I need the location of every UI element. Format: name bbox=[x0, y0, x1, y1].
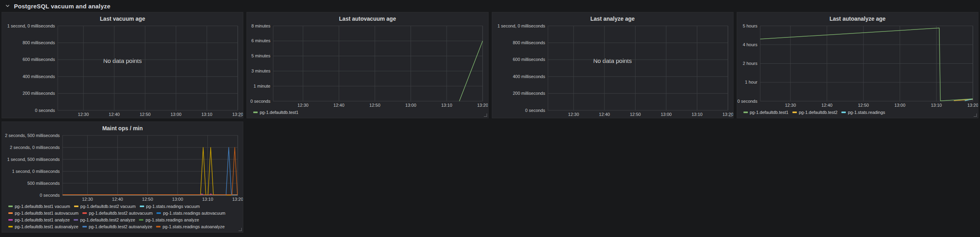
legend-item[interactable]: pg-1.stats.readings vacuum bbox=[140, 204, 200, 209]
chart-canvas[interactable]: 0 seconds500 milliseconds1 second, 0 mil… bbox=[2, 133, 243, 203]
svg-text:800 milliseconds: 800 milliseconds bbox=[512, 40, 545, 45]
svg-text:0 seconds: 0 seconds bbox=[35, 108, 55, 113]
series-color-icon bbox=[74, 206, 78, 207]
svg-text:12:40: 12:40 bbox=[599, 112, 610, 117]
svg-text:12:30: 12:30 bbox=[568, 112, 579, 117]
legend-item[interactable]: pg-1.defaultdb.test2 analyze bbox=[74, 217, 135, 223]
chart-canvas[interactable]: No data points 0 seconds200 milliseconds… bbox=[492, 23, 733, 118]
legend: pg-1.defaultdb.test1 vacuumpg-1.defaultd… bbox=[2, 203, 243, 232]
chart-canvas[interactable]: No data points 0 seconds200 milliseconds… bbox=[2, 23, 243, 118]
svg-text:200 milliseconds: 200 milliseconds bbox=[23, 91, 55, 96]
legend-item[interactable]: pg-1.defaultdb.test1 vacuum bbox=[8, 204, 70, 209]
legend-item-label: pg-1.defaultdb.test1 bbox=[260, 110, 298, 115]
svg-text:400 milliseconds: 400 milliseconds bbox=[512, 74, 545, 79]
panel-resize-handle[interactable] bbox=[974, 114, 977, 117]
legend-item-label: pg-1.defaultdb.test2 analyze bbox=[80, 217, 135, 223]
svg-text:12:40: 12:40 bbox=[334, 103, 345, 108]
svg-text:800 milliseconds: 800 milliseconds bbox=[23, 40, 55, 45]
svg-text:12:40: 12:40 bbox=[109, 112, 120, 117]
svg-text:6 minutes: 6 minutes bbox=[252, 38, 271, 43]
svg-text:12:30: 12:30 bbox=[785, 103, 796, 108]
legend-item-label: pg-1.defaultdb.test1 bbox=[750, 110, 788, 115]
svg-text:12:40: 12:40 bbox=[822, 103, 833, 108]
legend-item[interactable]: pg-1.defaultdb.test1 autoanalyze bbox=[8, 224, 78, 229]
svg-text:13:10: 13:10 bbox=[691, 112, 702, 117]
series-color-icon bbox=[156, 212, 161, 214]
svg-text:500 milliseconds: 500 milliseconds bbox=[27, 181, 60, 186]
svg-text:13:10: 13:10 bbox=[201, 112, 213, 117]
svg-text:13:20: 13:20 bbox=[967, 103, 978, 108]
legend-item[interactable]: pg-1.stats.readings analyze bbox=[139, 217, 199, 223]
series-color-icon bbox=[82, 212, 87, 214]
legend-item[interactable]: pg-1.defaultdb.test2 vacuum bbox=[74, 204, 136, 209]
svg-text:1 second, 0 milliseconds: 1 second, 0 milliseconds bbox=[7, 24, 55, 28]
svg-text:2 seconds, 500 milliseconds: 2 seconds, 500 milliseconds bbox=[5, 133, 60, 138]
panel-resize-handle[interactable] bbox=[484, 114, 487, 117]
svg-text:1 hour: 1 hour bbox=[745, 80, 758, 84]
legend-item-label: pg-1.stats.readings bbox=[848, 110, 885, 115]
series-color-icon bbox=[156, 226, 160, 227]
panel-title[interactable]: Last autovacuum age bbox=[247, 12, 488, 23]
svg-text:1 second, 0 milliseconds: 1 second, 0 milliseconds bbox=[497, 24, 545, 28]
svg-text:13:10: 13:10 bbox=[441, 103, 452, 108]
chart-canvas[interactable]: 0 seconds1 minute3 minutes5 minutes6 min… bbox=[247, 23, 488, 109]
svg-text:600 milliseconds: 600 milliseconds bbox=[23, 57, 55, 62]
legend-item[interactable]: pg-1.stats.readings bbox=[841, 110, 885, 115]
series-color-icon bbox=[841, 112, 846, 113]
legend-item[interactable]: pg-1.defaultdb.test2 bbox=[792, 110, 837, 115]
svg-text:13:10: 13:10 bbox=[931, 103, 942, 108]
svg-text:13:00: 13:00 bbox=[170, 112, 182, 117]
svg-text:200 milliseconds: 200 milliseconds bbox=[512, 91, 545, 96]
legend-item[interactable]: pg-1.stats.readings autoanalyze bbox=[156, 224, 225, 229]
panel-last-analyze-age: Last analyze age No data points 0 second… bbox=[492, 12, 734, 118]
svg-text:13:00: 13:00 bbox=[894, 103, 906, 108]
chevron-down-icon[interactable] bbox=[5, 3, 10, 9]
legend-item[interactable]: pg-1.defaultdb.test1 autovacuum bbox=[8, 210, 78, 216]
svg-text:5 minutes: 5 minutes bbox=[252, 53, 271, 58]
svg-text:13:20: 13:20 bbox=[477, 103, 488, 108]
panel-resize-handle[interactable] bbox=[239, 228, 242, 231]
svg-text:0 seconds: 0 seconds bbox=[737, 99, 758, 104]
legend-item[interactable]: pg-1.defaultdb.test1 analyze bbox=[8, 217, 70, 223]
panel-title[interactable]: Maint ops / min bbox=[2, 122, 243, 133]
svg-text:1 minute: 1 minute bbox=[254, 84, 270, 88]
svg-text:8 minutes: 8 minutes bbox=[252, 24, 271, 28]
panel-resize-handle[interactable] bbox=[729, 114, 732, 117]
panel-title[interactable]: Last vacuum age bbox=[2, 12, 243, 23]
svg-text:12:30: 12:30 bbox=[297, 103, 309, 108]
svg-text:1 second, 500 milliseconds: 1 second, 500 milliseconds bbox=[7, 157, 60, 162]
series-color-icon bbox=[140, 206, 144, 207]
svg-text:2 seconds, 0 milliseconds: 2 seconds, 0 milliseconds bbox=[10, 145, 60, 150]
legend-item-label: pg-1.defaultdb.test2 bbox=[799, 110, 837, 115]
legend-item-label: pg-1.defaultdb.test2 autoanalyze bbox=[89, 224, 153, 229]
svg-text:12:30: 12:30 bbox=[78, 112, 89, 117]
legend-item[interactable]: pg-1.defaultdb.test2 autoanalyze bbox=[82, 224, 153, 229]
series-color-icon bbox=[82, 226, 87, 227]
svg-text:0 seconds: 0 seconds bbox=[40, 193, 60, 198]
legend-item-label: pg-1.defaultdb.test1 vacuum bbox=[15, 204, 70, 209]
series-color-icon bbox=[253, 112, 258, 113]
series-color-icon bbox=[8, 226, 13, 227]
svg-text:12:50: 12:50 bbox=[370, 103, 381, 108]
panel-title[interactable]: Last autoanalyze age bbox=[737, 12, 978, 23]
legend-item-label: pg-1.stats.readings vacuum bbox=[146, 204, 200, 209]
panel-last-autovacuum-age: Last autovacuum age 0 seconds1 minute3 m… bbox=[246, 12, 488, 118]
legend-item[interactable]: pg-1.stats.readings autovacuum bbox=[156, 210, 225, 216]
chart-canvas[interactable]: 0 seconds1 hour2 hours4 hours5 hours12:3… bbox=[737, 23, 978, 109]
panel-resize-handle[interactable] bbox=[239, 114, 242, 117]
legend-item[interactable]: pg-1.defaultdb.test1 bbox=[743, 110, 788, 115]
legend-item[interactable]: pg-1.defaultdb.test2 autovacuum bbox=[82, 210, 153, 216]
legend-item-label: pg-1.defaultdb.test1 autovacuum bbox=[15, 210, 78, 216]
svg-text:3 minutes: 3 minutes bbox=[252, 69, 271, 73]
panel-row-top: Last vacuum age No data points 0 seconds… bbox=[2, 12, 978, 118]
legend-item-label: pg-1.defaultdb.test1 analyze bbox=[15, 217, 70, 223]
series-color-icon bbox=[8, 212, 13, 214]
legend-item-label: pg-1.stats.readings autovacuum bbox=[163, 210, 225, 216]
panel-title[interactable]: Last analyze age bbox=[492, 12, 733, 23]
legend-item-label: pg-1.stats.readings analyze bbox=[145, 217, 199, 223]
dashboard-row-header[interactable]: PostgreSQL vacuum and analyze bbox=[2, 0, 978, 12]
svg-text:13:00: 13:00 bbox=[405, 103, 417, 108]
legend-item[interactable]: pg-1.defaultdb.test1 bbox=[253, 110, 298, 115]
svg-text:1 second, 0 milliseconds: 1 second, 0 milliseconds bbox=[12, 169, 60, 174]
panel-last-vacuum-age: Last vacuum age No data points 0 seconds… bbox=[2, 12, 243, 118]
